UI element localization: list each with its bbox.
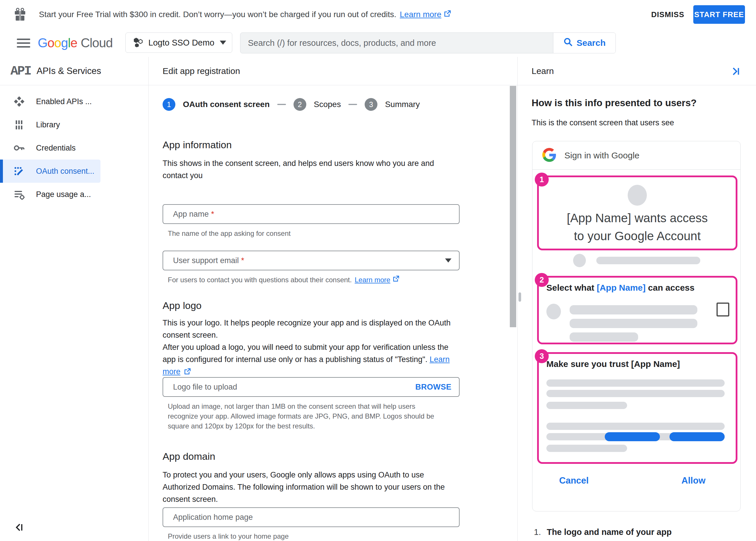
banner-learn-more-link[interactable]: Learn more <box>400 10 441 19</box>
google-g-icon <box>542 148 556 163</box>
skeleton-account-circle <box>573 254 586 267</box>
step-2-circle[interactable]: 2 <box>294 98 306 111</box>
logo-letter: g <box>61 36 68 50</box>
list-number: 1. <box>534 527 541 537</box>
skeleton-bar <box>546 379 725 387</box>
step-3-label[interactable]: Summary <box>385 100 420 109</box>
external-link-icon <box>444 10 451 19</box>
learn-list-item-1: 1. The logo and name of your app <box>534 527 672 537</box>
skeleton-blue-button <box>669 432 725 441</box>
scopes-title-appname: [App Name] <box>597 283 645 292</box>
logo-letter: G <box>38 36 47 50</box>
sidebar-item-enabled-apis[interactable]: Enabled APIs ... <box>0 90 148 113</box>
search-button[interactable]: Search <box>553 33 615 53</box>
skeleton-bar <box>570 319 697 328</box>
skeleton-blue-button <box>605 432 660 441</box>
external-link-icon <box>393 275 399 285</box>
free-trial-banner: Start your Free Trial with $300 in credi… <box>0 0 756 29</box>
menu-icon[interactable] <box>17 39 30 48</box>
sidebar-item-label: Enabled APIs ... <box>36 97 92 106</box>
logo-cloud-text: Cloud <box>81 36 113 50</box>
scopes-title-prefix: Select what <box>546 283 597 292</box>
stepper: 1 OAuth consent screen 2 Scopes 3 Summar… <box>163 98 420 111</box>
scopes-title: Select what [App Name] can access <box>546 283 736 293</box>
email-learn-more-link[interactable]: Learn more <box>355 275 390 285</box>
logo-letter: l <box>68 36 71 50</box>
sidebar-item-credentials[interactable]: Credentials <box>0 136 148 160</box>
page-title: Edit app registration <box>163 57 240 85</box>
sidebar-item-label: OAuth consent... <box>36 167 94 176</box>
skeleton-bar <box>546 402 627 409</box>
consent-card-header: Sign in with Google <box>532 141 740 170</box>
project-name: Logto SSO Demo <box>148 38 214 48</box>
skeleton-bar <box>546 445 627 452</box>
mock-cancel-button: Cancel <box>559 475 589 486</box>
learn-subheading: This is the consent screen that users se… <box>532 118 674 127</box>
annotation-badge-3: 3 <box>535 349 549 363</box>
product-name: APIs & Services <box>37 57 101 85</box>
browse-button[interactable]: BROWSE <box>415 383 452 392</box>
step-separator <box>277 104 286 105</box>
sidebar-item-library[interactable]: Library <box>0 113 148 136</box>
skeleton-account-bar <box>596 257 700 264</box>
learn-scrollbar[interactable] <box>519 292 521 302</box>
step-3-circle[interactable]: 3 <box>365 98 377 111</box>
chevron-down-icon <box>445 259 451 263</box>
step-2-label[interactable]: Scopes <box>314 100 341 109</box>
skeleton-bar <box>546 390 725 397</box>
search-bar: Search (/) for resources, docs, products… <box>240 33 616 53</box>
collapse-sidebar-icon[interactable] <box>13 521 26 535</box>
main-panel: Edit app registration 1 OAuth consent sc… <box>149 57 517 541</box>
library-icon <box>13 119 26 131</box>
sidebar-item-label: Credentials <box>36 144 76 153</box>
sidebar-header: API APIs & Services <box>0 57 148 85</box>
consent-title-line2: to your Google Account <box>539 227 736 245</box>
home-page-helper: Provide users a link to your home page <box>168 531 289 541</box>
sidebar-item-page-usage[interactable]: Page usage a... <box>0 183 148 206</box>
main-scrollbar[interactable] <box>510 86 516 327</box>
app-name-label: App name <box>173 210 209 219</box>
consent-screen-preview: Sign in with Google 1 [App Name] wants a… <box>532 141 741 511</box>
required-asterisk: * <box>211 210 214 219</box>
logo-upload-field[interactable]: Logo file to upload BROWSE <box>163 377 460 397</box>
skeleton-bar <box>546 423 725 430</box>
google-cloud-console: Start your Free Trial with $300 in credi… <box>0 0 756 541</box>
skeleton-bar <box>570 332 638 342</box>
learn-heading: How is this info presented to users? <box>532 98 696 109</box>
app-domain-heading: App domain <box>163 451 215 462</box>
app-information-description: This shows in the consent screen, and he… <box>163 157 453 182</box>
support-email-helper: For users to contact you with questions … <box>168 275 399 285</box>
application-home-page-field[interactable]: Application home page <box>163 507 460 527</box>
dashboard-icon <box>13 96 26 107</box>
start-free-button[interactable]: START FREE <box>693 5 745 24</box>
key-icon <box>13 142 26 154</box>
annotation-box-3: 3 Make sure you trust [App Name] <box>537 352 737 464</box>
collapse-panel-icon[interactable] <box>729 65 742 79</box>
annotation-box-1: 1 [App Name] wants access to your Google… <box>537 176 737 250</box>
project-icon <box>133 37 143 48</box>
step-1-circle[interactable]: 1 <box>163 98 175 111</box>
app-bar: Google Cloud Logto SSO Demo Search (/) f… <box>0 29 756 57</box>
google-cloud-logo[interactable]: Google Cloud <box>38 29 113 57</box>
sidebar-item-oauth-consent[interactable]: OAuth consent... <box>0 160 100 183</box>
banner-message: Start your Free Trial with $300 in credi… <box>39 10 396 19</box>
step-1-label[interactable]: OAuth consent screen <box>183 100 270 109</box>
app-name-field[interactable]: App name * <box>163 204 460 224</box>
sidebar: API APIs & Services Enabled APIs ... Lib… <box>0 57 149 541</box>
annotation-badge-1: 1 <box>535 173 549 187</box>
project-selector[interactable]: Logto SSO Demo <box>125 33 232 53</box>
skeleton-scope-circle <box>546 304 561 319</box>
sidebar-item-label: Page usage a... <box>36 190 91 199</box>
dismiss-button[interactable]: DISMISS <box>651 0 684 29</box>
user-support-email-select[interactable]: User support email * <box>163 251 460 270</box>
logo-letter: o <box>54 36 61 50</box>
scopes-title-suffix: can access <box>646 283 694 292</box>
search-input[interactable]: Search (/) for resources, docs, products… <box>240 33 553 53</box>
app-domain-description: To protect you and your users, Google on… <box>163 469 456 505</box>
gift-icon <box>13 8 27 23</box>
sidebar-item-label: Library <box>36 120 60 129</box>
sign-in-with-google-label: Sign in with Google <box>564 151 640 161</box>
chevron-down-icon <box>220 41 226 45</box>
app-name-helper: The name of the app asking for consent <box>168 229 291 239</box>
app-logo-heading: App logo <box>163 300 201 311</box>
